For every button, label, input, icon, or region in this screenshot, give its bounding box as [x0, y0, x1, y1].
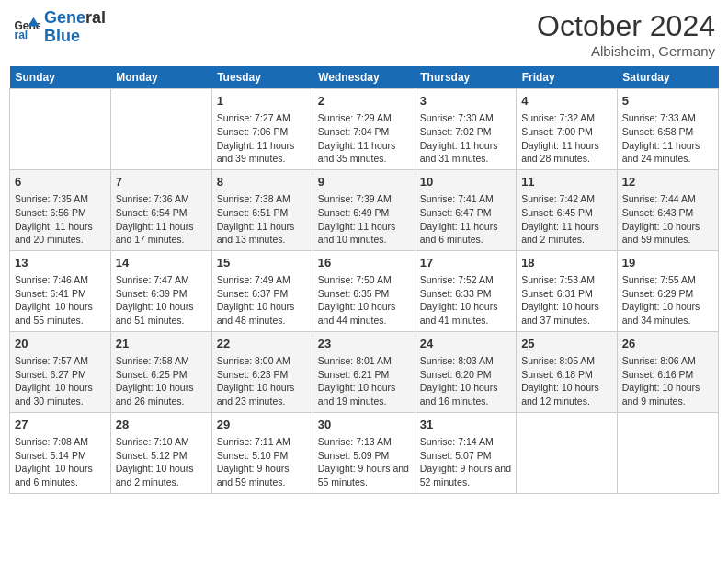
day-number: 7: [116, 174, 207, 190]
weekday-header-cell: Sunday: [10, 66, 111, 89]
day-info: Sunrise: 8:06 AMSunset: 6:16 PMDaylight:…: [622, 354, 713, 408]
day-info: Sunrise: 7:46 AMSunset: 6:41 PMDaylight:…: [15, 273, 106, 327]
calendar-day-cell: 12Sunrise: 7:44 AMSunset: 6:43 PMDayligh…: [617, 169, 718, 250]
day-number: 17: [420, 255, 511, 271]
day-info: Sunrise: 7:13 AMSunset: 5:09 PMDaylight:…: [318, 435, 410, 489]
svg-text:ral: ral: [15, 29, 28, 41]
title-block: October 2024 Albisheim, Germany: [537, 9, 715, 59]
calendar-day-cell: 8Sunrise: 7:38 AMSunset: 6:51 PMDaylight…: [211, 169, 313, 250]
calendar-day-cell: 11Sunrise: 7:42 AMSunset: 6:45 PMDayligh…: [517, 169, 618, 250]
calendar-day-cell: 16Sunrise: 7:50 AMSunset: 6:35 PMDayligh…: [313, 250, 415, 331]
day-info: Sunrise: 7:49 AMSunset: 6:37 PMDaylight:…: [217, 273, 308, 327]
day-info: Sunrise: 7:36 AMSunset: 6:54 PMDaylight:…: [116, 192, 207, 247]
day-info: Sunrise: 7:39 AMSunset: 6:49 PMDaylight:…: [318, 192, 410, 247]
day-number: 5: [622, 93, 713, 109]
weekday-header-cell: Thursday: [415, 66, 516, 89]
calendar-day-cell: 3Sunrise: 7:30 AMSunset: 7:02 PMDaylight…: [415, 89, 516, 170]
day-info: Sunrise: 7:41 AMSunset: 6:47 PMDaylight:…: [420, 192, 511, 247]
day-number: 18: [521, 255, 612, 271]
day-number: 20: [15, 336, 106, 352]
calendar-day-cell: [110, 89, 211, 170]
day-number: 12: [622, 174, 713, 190]
weekday-header-cell: Wednesday: [313, 66, 415, 89]
calendar-day-cell: 6Sunrise: 7:35 AMSunset: 6:56 PMDaylight…: [10, 169, 111, 250]
calendar-day-cell: 2Sunrise: 7:29 AMSunset: 7:04 PMDaylight…: [313, 89, 415, 170]
day-number: 21: [116, 336, 207, 352]
logo-blue: Blue: [44, 27, 80, 45]
day-number: 14: [116, 255, 207, 271]
calendar-day-cell: 10Sunrise: 7:41 AMSunset: 6:47 PMDayligh…: [415, 169, 516, 250]
calendar-day-cell: 21Sunrise: 7:58 AMSunset: 6:25 PMDayligh…: [110, 331, 211, 412]
calendar-week-row: 20Sunrise: 7:57 AMSunset: 6:27 PMDayligh…: [10, 331, 719, 412]
day-info: Sunrise: 7:42 AMSunset: 6:45 PMDaylight:…: [521, 192, 612, 247]
calendar-week-row: 27Sunrise: 7:08 AMSunset: 5:14 PMDayligh…: [10, 412, 719, 493]
day-number: 4: [521, 93, 612, 109]
weekday-header-cell: Friday: [517, 66, 618, 89]
day-number: 25: [521, 336, 612, 352]
calendar-day-cell: 18Sunrise: 7:53 AMSunset: 6:31 PMDayligh…: [517, 250, 618, 331]
month-title: October 2024: [537, 9, 715, 43]
calendar-day-cell: [617, 412, 718, 493]
calendar-day-cell: 9Sunrise: 7:39 AMSunset: 6:49 PMDaylight…: [313, 169, 415, 250]
day-info: Sunrise: 8:00 AMSunset: 6:23 PMDaylight:…: [217, 354, 308, 408]
day-info: Sunrise: 7:10 AMSunset: 5:12 PMDaylight:…: [116, 435, 207, 489]
day-info: Sunrise: 7:35 AMSunset: 6:56 PMDaylight:…: [15, 192, 106, 247]
day-number: 31: [420, 417, 511, 433]
day-info: Sunrise: 7:33 AMSunset: 6:58 PMDaylight:…: [622, 111, 713, 166]
day-info: Sunrise: 7:11 AMSunset: 5:10 PMDaylight:…: [217, 435, 308, 489]
calendar-day-cell: 28Sunrise: 7:10 AMSunset: 5:12 PMDayligh…: [110, 412, 211, 493]
day-number: 3: [420, 93, 511, 109]
day-info: Sunrise: 8:01 AMSunset: 6:21 PMDaylight:…: [318, 354, 410, 408]
calendar-day-cell: 23Sunrise: 8:01 AMSunset: 6:21 PMDayligh…: [313, 331, 415, 412]
day-info: Sunrise: 7:38 AMSunset: 6:51 PMDaylight:…: [217, 192, 308, 247]
day-info: Sunrise: 7:58 AMSunset: 6:25 PMDaylight:…: [116, 354, 207, 408]
calendar-day-cell: 15Sunrise: 7:49 AMSunset: 6:37 PMDayligh…: [211, 250, 313, 331]
calendar-day-cell: [517, 412, 618, 493]
day-info: Sunrise: 8:03 AMSunset: 6:20 PMDaylight:…: [420, 354, 511, 408]
logo-text: GeneralBlue: [44, 9, 106, 46]
calendar-table: SundayMondayTuesdayWednesdayThursdayFrid…: [9, 66, 719, 494]
day-number: 13: [15, 255, 106, 271]
day-number: 6: [15, 174, 106, 190]
weekday-header-cell: Tuesday: [211, 66, 313, 89]
day-number: 19: [622, 255, 713, 271]
calendar-day-cell: 20Sunrise: 7:57 AMSunset: 6:27 PMDayligh…: [10, 331, 111, 412]
calendar-day-cell: 19Sunrise: 7:55 AMSunset: 6:29 PMDayligh…: [617, 250, 718, 331]
logo-icon: Gene ral: [13, 14, 40, 41]
calendar-day-cell: 14Sunrise: 7:47 AMSunset: 6:39 PMDayligh…: [110, 250, 211, 331]
day-info: Sunrise: 7:27 AMSunset: 7:06 PMDaylight:…: [217, 111, 308, 166]
calendar-day-cell: 31Sunrise: 7:14 AMSunset: 5:07 PMDayligh…: [415, 412, 516, 493]
calendar-day-cell: 24Sunrise: 8:03 AMSunset: 6:20 PMDayligh…: [415, 331, 516, 412]
day-info: Sunrise: 7:52 AMSunset: 6:33 PMDaylight:…: [420, 273, 511, 327]
calendar-day-cell: 13Sunrise: 7:46 AMSunset: 6:41 PMDayligh…: [10, 250, 111, 331]
page-header: Gene ral GeneralBlue October 2024 Albish…: [9, 9, 719, 59]
day-number: 2: [318, 93, 410, 109]
logo: Gene ral GeneralBlue: [13, 9, 106, 46]
day-info: Sunrise: 7:14 AMSunset: 5:07 PMDaylight:…: [420, 435, 511, 489]
calendar-day-cell: 17Sunrise: 7:52 AMSunset: 6:33 PMDayligh…: [415, 250, 516, 331]
day-info: Sunrise: 7:47 AMSunset: 6:39 PMDaylight:…: [116, 273, 207, 327]
location-title: Albisheim, Germany: [537, 43, 715, 59]
day-info: Sunrise: 7:44 AMSunset: 6:43 PMDaylight:…: [622, 192, 713, 247]
calendar-day-cell: 5Sunrise: 7:33 AMSunset: 6:58 PMDaylight…: [617, 89, 718, 170]
calendar-day-cell: 4Sunrise: 7:32 AMSunset: 7:00 PMDaylight…: [517, 89, 618, 170]
day-number: 11: [521, 174, 612, 190]
calendar-week-row: 13Sunrise: 7:46 AMSunset: 6:41 PMDayligh…: [10, 250, 719, 331]
calendar-day-cell: 1Sunrise: 7:27 AMSunset: 7:06 PMDaylight…: [211, 89, 313, 170]
weekday-header-cell: Saturday: [617, 66, 718, 89]
day-number: 30: [318, 417, 410, 433]
calendar-day-cell: 25Sunrise: 8:05 AMSunset: 6:18 PMDayligh…: [517, 331, 618, 412]
day-number: 22: [217, 336, 308, 352]
day-number: 24: [420, 336, 511, 352]
calendar-day-cell: 29Sunrise: 7:11 AMSunset: 5:10 PMDayligh…: [211, 412, 313, 493]
day-info: Sunrise: 7:57 AMSunset: 6:27 PMDaylight:…: [15, 354, 106, 408]
weekday-header-cell: Monday: [110, 66, 211, 89]
calendar-week-row: 6Sunrise: 7:35 AMSunset: 6:56 PMDaylight…: [10, 169, 719, 250]
calendar-day-cell: 7Sunrise: 7:36 AMSunset: 6:54 PMDaylight…: [110, 169, 211, 250]
day-info: Sunrise: 8:05 AMSunset: 6:18 PMDaylight:…: [521, 354, 612, 408]
day-number: 8: [217, 174, 308, 190]
day-number: 23: [318, 336, 410, 352]
day-info: Sunrise: 7:53 AMSunset: 6:31 PMDaylight:…: [521, 273, 612, 327]
day-info: Sunrise: 7:29 AMSunset: 7:04 PMDaylight:…: [318, 111, 410, 166]
calendar-week-row: 1Sunrise: 7:27 AMSunset: 7:06 PMDaylight…: [10, 89, 719, 170]
